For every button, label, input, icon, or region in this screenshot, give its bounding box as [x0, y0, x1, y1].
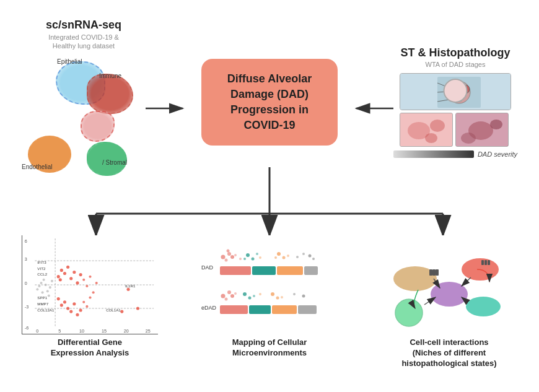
svg-point-58	[76, 281, 79, 284]
svg-point-16	[461, 133, 476, 144]
svg-point-73	[89, 276, 91, 278]
histo-images	[400, 73, 511, 147]
svg-text:MMP7: MMP7	[37, 302, 48, 306]
svg-point-102	[234, 254, 237, 256]
svg-point-103	[239, 258, 242, 260]
svg-point-89	[221, 255, 226, 259]
interactions-svg	[381, 235, 517, 334]
svg-text:VIT2: VIT2	[37, 266, 46, 271]
label-immune: Immune	[99, 72, 121, 79]
center-panel: Diffuse Alveolar Damage (DAD) Progressio…	[195, 59, 344, 146]
svg-point-116	[230, 294, 234, 298]
svg-point-104	[256, 253, 258, 255]
cluster-immune2	[81, 111, 115, 142]
histo-top-image	[400, 73, 511, 110]
volcano-svg: 6 3 0 -3 -6 0 5 10 15 20 25	[22, 235, 158, 334]
svg-point-41	[38, 285, 40, 287]
svg-point-125	[281, 296, 283, 298]
svg-point-75	[95, 282, 98, 284]
svg-point-51	[57, 275, 60, 278]
svg-line-137	[462, 277, 471, 286]
svg-text:SPP1: SPP1	[37, 295, 47, 300]
svg-point-106	[287, 255, 289, 257]
svg-point-52	[60, 269, 63, 272]
cluster-immune	[87, 74, 133, 114]
bottom-panel-interactions: Cell-cell interactions(Niches of differe…	[369, 235, 530, 369]
svg-point-97	[277, 252, 281, 256]
svg-point-91	[225, 259, 228, 262]
svg-rect-144	[484, 260, 487, 265]
svg-point-95	[252, 258, 255, 261]
svg-point-64	[69, 310, 72, 313]
svg-point-90	[227, 252, 231, 256]
svg-text:COL12A1: COL12A1	[37, 308, 55, 312]
svg-point-43	[36, 288, 38, 290]
dge-title: Differential GeneExpression Analysis	[51, 338, 129, 359]
label-stromal: / Stromal	[102, 159, 127, 166]
svg-point-53	[59, 278, 62, 281]
svg-point-124	[259, 293, 261, 295]
histo-dark-svg	[456, 113, 509, 147]
histo-image-pink	[400, 113, 453, 147]
svg-point-105	[259, 256, 261, 259]
left-panel: sc/snRNA-seq Integrated COVID-19 &Health…	[12, 19, 155, 185]
svg-point-115	[225, 298, 228, 301]
svg-point-67	[79, 308, 82, 311]
svg-text:10: 10	[79, 329, 84, 334]
svg-point-122	[234, 292, 237, 295]
svg-point-134	[466, 297, 501, 316]
svg-rect-109	[220, 266, 251, 275]
svg-point-92	[230, 255, 234, 259]
svg-point-47	[46, 290, 49, 292]
svg-point-59	[79, 273, 82, 276]
svg-point-135	[395, 299, 423, 326]
st-histo-title: ST & Histopathology	[401, 46, 511, 59]
svg-point-61	[60, 303, 63, 307]
svg-text:5: 5	[58, 329, 61, 334]
interactions-plot	[381, 235, 517, 334]
svg-text:0: 0	[25, 281, 27, 286]
svg-point-107	[296, 256, 299, 258]
severity-bar: DAD severity	[393, 150, 517, 158]
svg-point-99	[274, 256, 277, 259]
svg-text:-3: -3	[25, 305, 28, 310]
svg-point-120	[276, 297, 279, 300]
svg-text:-6: -6	[25, 326, 28, 331]
svg-point-114	[227, 290, 231, 294]
svg-text:CCL2: CCL2	[37, 272, 47, 276]
mapping-plot: DAD eDAD	[198, 235, 341, 334]
svg-text:COL1A1: COL1A1	[106, 308, 121, 312]
svg-point-15	[490, 120, 502, 129]
svg-rect-142	[436, 269, 439, 276]
svg-point-72	[85, 285, 88, 287]
svg-point-119	[271, 292, 274, 296]
svg-point-11	[430, 120, 445, 132]
svg-rect-129	[272, 305, 297, 314]
svg-rect-141	[432, 269, 436, 276]
svg-rect-128	[249, 305, 271, 314]
svg-point-2	[448, 81, 470, 103]
histo-image-dark	[455, 113, 509, 147]
svg-rect-130	[298, 305, 317, 314]
svg-point-113	[221, 294, 226, 298]
mapping-svg: DAD eDAD	[198, 235, 341, 334]
svg-point-71	[82, 279, 85, 281]
svg-point-42	[40, 282, 42, 284]
bottom-panel-mapping: DAD eDAD	[189, 235, 350, 359]
svg-point-96	[243, 258, 246, 260]
svg-point-126	[293, 293, 296, 295]
right-panel: ST & Histopathology WTA of DAD stages	[384, 46, 527, 158]
svg-point-65	[72, 302, 76, 305]
svg-point-93	[227, 250, 230, 253]
svg-point-49	[51, 280, 53, 282]
svg-point-63	[66, 307, 69, 310]
svg-text:IL1R1: IL1R1	[125, 284, 136, 288]
label-epithelial: Epithelial	[57, 58, 82, 65]
svg-rect-140	[429, 269, 432, 276]
svg-point-123	[253, 295, 255, 297]
svg-text:IFIT3: IFIT3	[37, 260, 46, 264]
svg-rect-127	[220, 305, 248, 314]
svg-text:eDAD: eDAD	[201, 305, 217, 311]
main-container: sc/snRNA-seq Integrated COVID-19 &Health…	[0, 0, 539, 392]
svg-point-94	[246, 253, 250, 257]
